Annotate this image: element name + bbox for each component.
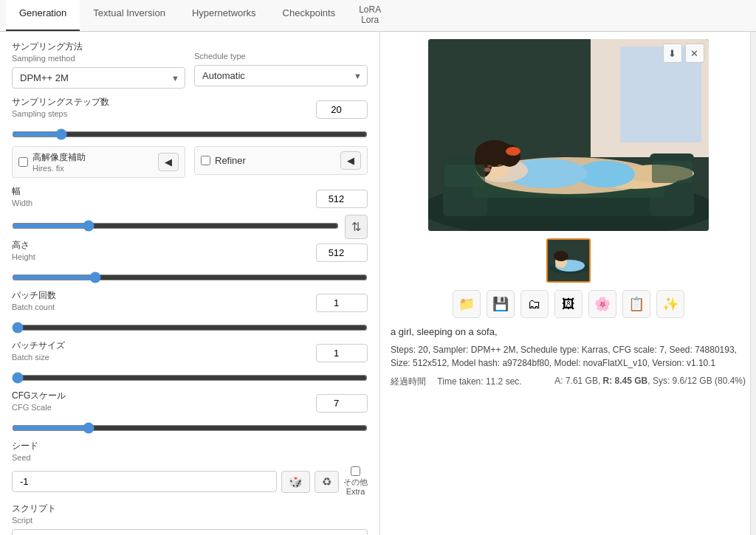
batch-count-input[interactable] [316,294,368,312]
cfg-scale-label-jp: CFGスケール [12,390,66,402]
action-buttons-row: 📁 💾 🗂 🖼 🌸 📋 ✨ [391,290,746,318]
sampling-steps-input[interactable] [316,100,368,119]
script-label-en: Script [12,516,368,525]
folder-icon: 📁 [458,296,475,312]
seed-label-jp: シード [12,440,368,452]
extra-label-text: その他Extra [343,477,368,497]
sampling-method-label-en: Sampling method [12,54,185,63]
style-btn[interactable]: ✨ [656,290,684,318]
svg-point-20 [498,165,502,167]
memory-stats: A: 7.61 GB, R: 8.45 GB, Sys: 9.6/12 GB (… [554,376,746,388]
time-label-jp: 経過時間 [391,376,426,387]
download-image-btn[interactable]: ⬇ [663,44,682,63]
seed-dice-btn[interactable]: 🎲 [281,471,310,493]
seed-recycle-btn[interactable]: ♻ [315,471,339,493]
sparkle-icon: ✨ [662,296,678,312]
image-svg [428,39,709,231]
batch-count-slider[interactable] [12,322,368,334]
swap-dimensions-btn[interactable]: ⇅ [345,215,368,239]
zip-btn[interactable]: 🗂 [520,290,549,318]
extra-checkbox-label[interactable]: その他Extra [343,466,368,497]
script-label-jp: スクリプト [12,503,368,515]
thumbnail-row [391,238,746,283]
extras-btn[interactable]: 🌸 [588,290,616,318]
scrollbar[interactable] [750,32,756,535]
height-label-en: Height [12,252,35,261]
tab-textual-inversion[interactable]: Textual Inversion [80,0,179,31]
generated-image[interactable]: ⬇ ✕ [428,39,709,231]
sampling-steps-slider[interactable] [12,128,368,140]
seed-input[interactable] [12,471,277,492]
open-folder-btn[interactable]: 📁 [453,290,481,318]
hires-fix-checkbox[interactable] [18,157,28,167]
thumbnail-item[interactable] [546,238,591,283]
mem-a: A: 7.61 GB [554,376,598,386]
batch-size-input[interactable] [316,344,368,362]
mem-r: R: 8.45 GB [603,376,648,386]
zip-icon: 🗂 [528,297,541,312]
close-image-btn[interactable]: ✕ [685,44,704,63]
cfg-scale-label-en: CFG Scale [12,403,66,412]
height-label-jp: 高さ [12,239,35,252]
tab-lora[interactable]: LoRA Lora [348,0,391,31]
svg-rect-22 [444,165,485,187]
schedule-type-label-en: Schedule type [194,52,368,61]
download-icon: ⬇ [668,48,676,59]
height-slider[interactable] [12,272,368,283]
width-slider[interactable] [12,220,339,232]
width-label-jp: 幅 [12,185,32,198]
svg-point-18 [506,147,520,156]
left-panel: サンプリング方法 Sampling method DPM++ 2M Euler … [0,32,380,535]
close-icon: ✕ [690,48,698,59]
width-label-en: Width [12,199,32,207]
batch-size-slider[interactable] [12,372,368,384]
copy-btn[interactable]: 📋 [622,290,650,318]
tab-bar: Generation Textual Inversion Hypernetwor… [0,0,756,32]
batch-count-label-en: Batch count [12,303,56,311]
hires-fix-label-jp: 高解像度補助 [32,151,86,164]
image-icon: 🖼 [562,297,575,312]
image-action-buttons: ⬇ ✕ [663,44,704,63]
save-icon: 💾 [492,296,509,312]
script-select[interactable]: None [12,529,368,535]
hires-fix-checkbox-row[interactable]: 高解像度補助 Hires. fix ◀ [12,146,185,178]
send-img-btn[interactable]: 🖼 [554,290,583,318]
mem-sys: Sys: 9.6/12 GB (80.4%) [653,376,746,386]
stats-row: 経過時間 Time taken: 11.2 sec. A: 7.61 GB, R… [391,376,746,388]
time-label-en: Time taken: [437,376,483,387]
svg-point-19 [487,165,492,168]
extra-checkbox[interactable] [351,466,360,476]
tab-checkpoints[interactable]: Checkpoints [269,0,349,31]
schedule-type-select[interactable]: Automatic Karras Exponential [194,65,368,86]
svg-point-28 [554,251,568,261]
sampling-method-label-jp: サンプリング方法 [12,41,185,53]
width-input[interactable] [316,190,368,208]
right-panel: ⬇ ✕ [380,32,756,535]
batch-count-label-jp: バッチ回数 [12,289,56,302]
time-taken: 経過時間 Time taken: 11.2 sec. [391,376,522,388]
batch-size-label-en: Batch size [12,353,65,362]
generation-meta: Steps: 20, Sampler: DPM++ 2M, Schedule t… [391,343,746,370]
height-input[interactable] [316,244,368,262]
refiner-checkbox[interactable] [201,156,210,165]
image-container: ⬇ ✕ [391,39,746,231]
save-btn[interactable]: 💾 [487,290,515,318]
sampling-method-select[interactable]: DPM++ 2M Euler a Euler DDIM [12,67,185,89]
refiner-play-btn[interactable]: ◀ [340,151,361,170]
refiner-label: Refiner [215,155,246,166]
seed-label-en: Seed [12,453,368,462]
schedule-type-label [194,41,368,51]
batch-size-label-jp: バッチサイズ [12,339,65,352]
thumbnail-svg [548,240,591,283]
hires-fix-play-btn[interactable]: ◀ [158,153,179,171]
cfg-scale-input[interactable] [316,394,368,413]
sampling-steps-label-en: Sampling steps [12,109,109,118]
flower-icon: 🌸 [594,296,611,312]
tab-generation[interactable]: Generation [6,0,80,31]
refiner-checkbox-row[interactable]: Refiner ◀ [194,146,368,175]
cfg-scale-slider[interactable] [12,422,368,434]
prompt-display: a girl, sleeping on a sofa, [391,325,746,339]
copy-icon: 📋 [628,296,645,312]
time-value: 11.2 sec. [486,376,522,387]
tab-hypernetworks[interactable]: Hypernetworks [179,0,269,31]
